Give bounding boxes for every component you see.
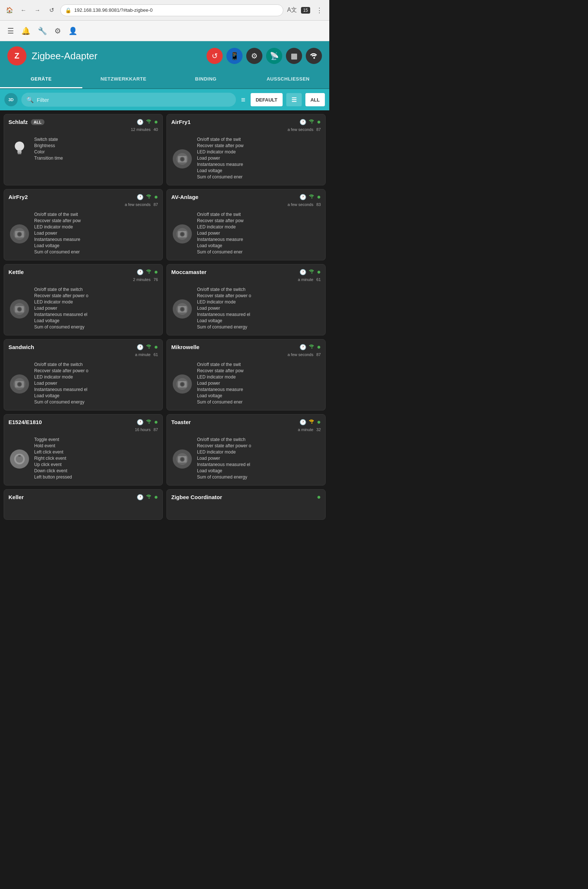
browser-bar: 🏠 ← → ↺ 🔒 192.168.138.96:8081/?#tab-zigb… xyxy=(0,0,329,21)
property-3: Transition time xyxy=(34,156,158,161)
url-bar[interactable]: 🔒 192.168.138.96:8081/?#tab-zigbee-0 xyxy=(60,5,284,16)
nav-tabs: GERÄTE NETZWERKKARTE BINDING AUSSCHLIESS… xyxy=(0,71,329,89)
all-badge: ALL xyxy=(31,119,45,125)
device-time: a few seconds xyxy=(287,202,313,207)
property-5: Load voltage xyxy=(34,318,158,323)
tab-netzwerkkarte[interactable]: NETZWERKKARTE xyxy=(82,71,165,88)
property-2: LED indicator mode xyxy=(34,299,158,305)
filter-label: Filter xyxy=(37,97,49,103)
device-card-av-anlage[interactable]: AV-Anlage 🕐 ● a few seconds 83 xyxy=(166,189,326,260)
clock-icon: 🕐 xyxy=(300,119,306,125)
device-card-toaster[interactable]: Toaster 🕐 ● a minute 32 xyxy=(166,414,326,486)
svg-point-27 xyxy=(18,382,21,385)
device-count: 61 xyxy=(154,352,158,357)
refresh-button[interactable]: ↺ xyxy=(46,5,57,15)
device-name: Zigbee Coordinator xyxy=(171,494,222,500)
tab-count[interactable]: 15 xyxy=(301,7,310,14)
clock-icon: 🕐 xyxy=(300,419,306,426)
default-view-button[interactable]: DEFAULT xyxy=(250,93,283,106)
property-2: LED indicator mode xyxy=(197,224,321,230)
device-properties: On/off state of the switch Recover state… xyxy=(34,287,158,331)
3d-toggle-button[interactable]: 3D xyxy=(4,93,18,106)
device-type-icon xyxy=(10,299,29,319)
device-properties: Toggle event Hold event Left click event… xyxy=(34,437,158,481)
device-card-airfry1[interactable]: AirFry1 🕐 ● a few seconds 87 xyxy=(166,114,326,185)
property-1: Recover state after power o xyxy=(34,293,158,298)
url-text: 192.168.138.96:8081/?#tab-zigbee-0 xyxy=(74,8,153,13)
device-card-e1524[interactable]: E1524/E1810 🕐 ● 16 hours 87 xyxy=(4,414,163,486)
network-button[interactable]: 📡 xyxy=(266,48,282,64)
property-3: Load power xyxy=(34,231,158,236)
device-card-sandwich[interactable]: Sandwich 🕐 ● a minute 61 xyxy=(4,339,163,411)
device-count: 87 xyxy=(316,127,321,132)
property-6: Sum of consumed energy xyxy=(34,399,158,405)
device-type-icon xyxy=(173,450,192,469)
chip-button[interactable]: ▦ xyxy=(286,48,302,64)
device-button[interactable]: 📱 xyxy=(226,48,243,64)
app-title: Zigbee-Adapter xyxy=(32,50,98,62)
property-5: Load voltage xyxy=(197,168,321,173)
status-green-icon: ● xyxy=(154,268,158,276)
device-type-icon xyxy=(10,140,29,159)
tab-binding[interactable]: BINDING xyxy=(165,71,247,88)
bell-icon[interactable]: 🔔 xyxy=(21,27,30,35)
all-view-button[interactable]: ALL xyxy=(305,93,325,106)
wifi-signal-icon xyxy=(146,343,152,351)
device-card-schlafz[interactable]: Schlafz ALL 🕐 ● 12 minutes 40 xyxy=(4,114,163,185)
property-5: Load voltage xyxy=(34,243,158,248)
device-name: Mikrowelle xyxy=(171,344,200,350)
menu-icon[interactable]: ☰ xyxy=(8,27,14,35)
device-name: AV-Anlage xyxy=(171,194,198,200)
device-properties: On/off state of the swit Recover state a… xyxy=(197,212,321,256)
tab-geraete[interactable]: GERÄTE xyxy=(0,71,82,88)
wifi-signal-icon xyxy=(309,343,315,351)
wifi-button[interactable] xyxy=(306,48,322,64)
property-3: Load power xyxy=(197,381,321,386)
device-time: a minute xyxy=(298,277,314,282)
app-toolbar: ☰ 🔔 🔧 ⚙ 👤 xyxy=(0,21,329,41)
back-button[interactable]: ← xyxy=(18,5,28,15)
device-card-moccamaster[interactable]: Moccamaster 🕐 ● a minute 61 xyxy=(166,264,326,335)
settings-button[interactable]: ⚙ xyxy=(246,48,262,64)
device-properties: On/off state of the switch Recover state… xyxy=(34,362,158,406)
device-card-keller[interactable]: Keller 🕐 ● xyxy=(4,489,163,520)
status-green-icon: ● xyxy=(317,118,321,126)
property-3: Load power xyxy=(197,305,321,311)
property-0: On/off state of the swit xyxy=(197,212,321,217)
device-card-mikrowelle[interactable]: Mikrowelle 🕐 ● a few seconds 87 xyxy=(166,339,326,411)
property-6: Sum of consumed energy xyxy=(197,474,321,480)
property-1: Recover state after power o xyxy=(34,368,158,373)
tab-ausschliessen[interactable]: AUSSCHLIESSEN xyxy=(247,71,329,88)
sort-button[interactable]: ≡ xyxy=(240,94,247,105)
device-card-zigbee-coordinator[interactable]: Zigbee Coordinator ● xyxy=(166,489,326,520)
search-box[interactable]: 🔍 Filter xyxy=(21,93,236,107)
property-5: Load voltage xyxy=(197,243,321,248)
device-card-airfry2[interactable]: AirFry2 🕐 ● a few seconds 87 xyxy=(4,189,163,260)
wrench-icon[interactable]: 🔧 xyxy=(38,27,47,35)
svg-rect-34 xyxy=(18,455,21,456)
property-6: Sum of consumed energy xyxy=(197,324,321,329)
browser-menu-button[interactable]: ⋮ xyxy=(314,5,325,16)
status-green-icon: ● xyxy=(317,343,321,351)
svg-point-23 xyxy=(181,307,184,310)
svg-rect-3 xyxy=(18,153,21,154)
home-button[interactable]: 🏠 xyxy=(4,5,15,15)
property-left-click: Left click event xyxy=(34,450,158,454)
device-name: E1524/E1810 xyxy=(9,419,42,425)
list-view-button[interactable]: ☰ xyxy=(286,93,302,106)
device-card-kettle[interactable]: Kettle 🕐 ● 2 minutes 76 xyxy=(4,264,163,335)
refresh-adapter-button[interactable]: ↺ xyxy=(207,48,223,64)
clock-icon: 🕐 xyxy=(137,494,144,501)
gear-icon[interactable]: ⚙ xyxy=(54,27,61,35)
translate-button[interactable]: A文 xyxy=(287,5,297,15)
svg-point-7 xyxy=(181,158,184,160)
clock-icon: 🕐 xyxy=(300,269,306,275)
device-count: 76 xyxy=(154,277,158,282)
user-icon[interactable]: 👤 xyxy=(68,27,78,35)
device-type-icon xyxy=(173,224,192,244)
property-toggle: Toggle event xyxy=(34,437,158,442)
property-1: Recover state after power o xyxy=(197,293,321,298)
property-2: LED indicator mode xyxy=(197,450,321,454)
forward-button[interactable]: → xyxy=(32,5,43,15)
device-time: 16 hours xyxy=(135,427,151,432)
